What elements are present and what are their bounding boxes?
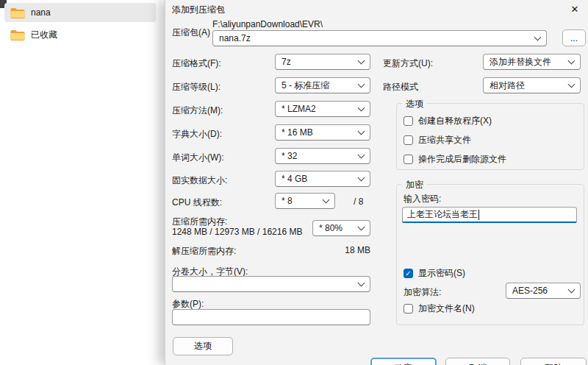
encryption-method-label: 加密算法:	[404, 286, 441, 299]
password-input[interactable]: 上老王论坛当老王	[402, 207, 577, 223]
help-button[interactable]: 帮助	[520, 358, 587, 365]
folder-row-favorites[interactable]: 已收藏	[4, 25, 156, 44]
text-caret	[478, 210, 479, 220]
cpu-threads-select[interactable]: * 8	[275, 193, 335, 209]
update-mode-select[interactable]: 添加并替换文件	[483, 54, 581, 70]
options-button[interactable]: 选项	[173, 337, 233, 355]
archive-name-select[interactable]: nana.7z	[212, 30, 547, 46]
word-size-label: 单词大小(W):	[172, 152, 224, 164]
checkbox-delete-after[interactable]: 操作完成后删除源文件	[404, 153, 506, 166]
add-to-archive-dialog: 添加到压缩包 ✕ 压缩包(A) F:\aliyunpanDownload\EVR…	[165, 0, 588, 365]
memory-compress-values: 1248 MB / 12973 MB / 16216 MB	[172, 227, 302, 237]
checkbox-show-password[interactable]: ✓ 显示密码(S)	[404, 267, 465, 280]
word-size-select[interactable]: * 32	[275, 148, 370, 164]
folder-icon	[10, 29, 25, 40]
solid-block-select[interactable]: * 4 GB	[275, 171, 370, 187]
level-label: 压缩等级(L):	[172, 81, 220, 93]
checkbox-box	[404, 116, 413, 126]
checkbox-box	[404, 135, 413, 145]
cpu-threads-max: / 8	[354, 196, 363, 207]
chevron-down-icon	[358, 280, 365, 287]
checkbox-box	[404, 155, 413, 164]
dictionary-label: 字典大小(D):	[172, 128, 222, 141]
close-icon[interactable]: ✕	[564, 0, 586, 18]
checkbox-shared-files[interactable]: 压缩共享文件	[404, 134, 471, 146]
method-label: 压缩方法(M):	[172, 104, 223, 117]
memory-decompress-label: 解压缩所需内存:	[172, 245, 236, 258]
solid-block-label: 固实数据大小:	[172, 174, 227, 187]
checkbox-box	[404, 304, 413, 313]
format-select[interactable]: 7z	[275, 54, 370, 70]
chevron-down-icon	[358, 128, 365, 135]
path-mode-select[interactable]: 相对路径	[483, 77, 581, 93]
cancel-button[interactable]: 取消	[445, 358, 510, 365]
password-label: 输入密码:	[404, 193, 441, 205]
chevron-down-icon	[358, 57, 365, 65]
folder-row-nana[interactable]: nana	[4, 3, 156, 22]
dictionary-select[interactable]: * 16 MB	[275, 124, 370, 141]
cpu-threads-label: CPU 线程数:	[172, 196, 222, 209]
dialog-title: 添加到压缩包	[172, 4, 225, 16]
encryption-method-select[interactable]: AES-256	[506, 283, 581, 299]
chevron-down-icon	[568, 57, 576, 65]
archive-label: 压缩包(A)	[172, 26, 210, 39]
volume-size-select[interactable]	[172, 276, 370, 292]
chevron-down-icon	[358, 104, 365, 112]
encryption-group-title: 加密	[402, 179, 427, 191]
method-select[interactable]: * LZMA2	[275, 101, 370, 117]
screen: nana 已收藏 添加到压缩包 ✕ 压缩包(A) F:\aliyunpanDow…	[0, 0, 588, 365]
chevron-down-icon	[358, 81, 365, 88]
update-mode-label: 更新方式(U):	[383, 57, 433, 70]
options-group-title: 选项	[402, 98, 427, 110]
folder-icon	[10, 7, 25, 18]
archive-path: F:\aliyunpanDownload\EVR\	[212, 19, 323, 29]
format-label: 压缩格式(F):	[172, 57, 221, 70]
parameters-input[interactable]	[172, 309, 370, 325]
folder-name: nana	[31, 7, 51, 18]
checkbox-encrypt-filenames[interactable]: 加密文件名(N)	[404, 302, 475, 315]
chevron-down-icon	[568, 81, 576, 88]
chevron-down-icon	[358, 152, 365, 159]
chevron-down-icon	[358, 224, 365, 231]
chevron-down-icon	[534, 34, 542, 41]
memory-decompress-value: 18 MB	[331, 245, 370, 255]
folder-name: 已收藏	[31, 29, 57, 41]
checkbox-box-checked: ✓	[404, 269, 413, 278]
browse-button[interactable]: ...	[562, 29, 586, 46]
chevron-down-icon	[358, 174, 365, 182]
level-select[interactable]: 5 - 标准压缩	[275, 77, 370, 93]
chevron-down-icon	[323, 196, 330, 204]
checkbox-create-sfx[interactable]: 创建自释放程序(X)	[404, 115, 492, 127]
path-mode-label: 路径模式	[383, 81, 418, 93]
ok-button[interactable]: 确定	[370, 358, 437, 365]
memory-percent-select[interactable]: * 80%	[312, 220, 370, 236]
chevron-down-icon	[568, 286, 576, 294]
